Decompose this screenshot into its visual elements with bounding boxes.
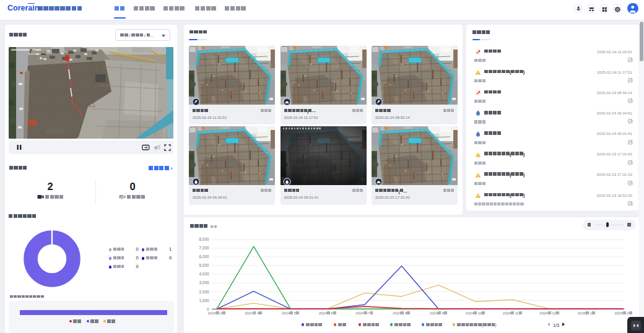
svg-text:1,000: 1,000 <box>199 298 209 303</box>
svg-text:6,000: 6,000 <box>199 254 209 259</box>
svg-text:7,000: 7,000 <box>199 246 209 250</box>
svg-text:4,000: 4,000 <box>199 272 209 276</box>
svg-text:2,000: 2,000 <box>199 290 209 294</box>
svg-text:3,000: 3,000 <box>199 280 209 285</box>
svg-text:5,000: 5,000 <box>199 263 209 267</box>
svg-text:8,000: 8,000 <box>199 237 209 241</box>
